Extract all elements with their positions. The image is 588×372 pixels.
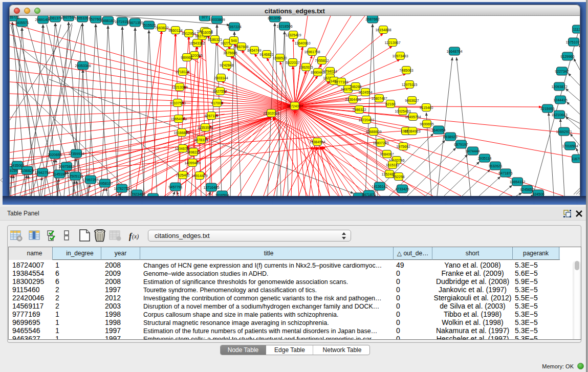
svg-text:20053346: 20053346 bbox=[75, 64, 91, 68]
svg-text:11353594: 11353594 bbox=[198, 126, 213, 129]
svg-text:17016504: 17016504 bbox=[562, 144, 578, 148]
svg-text:19384554: 19384554 bbox=[309, 140, 325, 144]
svg-text:19166825: 19166825 bbox=[173, 131, 189, 135]
svg-text:16210643: 16210643 bbox=[551, 113, 567, 117]
svg-text:30975887: 30975887 bbox=[58, 165, 74, 168]
svg-text:17957255: 17957255 bbox=[82, 178, 98, 182]
svg-text:12325419: 12325419 bbox=[285, 33, 301, 37]
svg-text:1435061: 1435061 bbox=[10, 164, 24, 167]
svg-text:9084067: 9084067 bbox=[380, 152, 394, 156]
svg-text:252254: 252254 bbox=[393, 175, 404, 179]
svg-text:19654983: 19654983 bbox=[170, 117, 186, 121]
svg-text:10107553: 10107553 bbox=[169, 101, 185, 105]
svg-text:8186323: 8186323 bbox=[208, 38, 222, 41]
svg-text:2055723: 2055723 bbox=[10, 16, 19, 19]
svg-text:6879197: 6879197 bbox=[454, 143, 468, 146]
svg-text:8813054: 8813054 bbox=[268, 16, 281, 20]
svg-text:17359934: 17359934 bbox=[68, 152, 84, 156]
svg-text:16961758: 16961758 bbox=[304, 50, 320, 54]
svg-text:16782759: 16782759 bbox=[114, 187, 129, 190]
svg-text:746266: 746266 bbox=[350, 85, 361, 89]
svg-text:6466160: 6466160 bbox=[101, 19, 115, 23]
svg-text:16543362: 16543362 bbox=[189, 41, 205, 45]
svg-text:9115460: 9115460 bbox=[420, 106, 433, 110]
svg-text:11121: 11121 bbox=[573, 28, 580, 31]
svg-text:8578334: 8578334 bbox=[194, 138, 208, 142]
svg-text:8215955: 8215955 bbox=[540, 107, 554, 111]
svg-text:1640954: 1640954 bbox=[431, 128, 445, 132]
svg-text:12942757: 12942757 bbox=[34, 171, 50, 174]
svg-text:12975115: 12975115 bbox=[402, 83, 418, 86]
svg-text:7663822: 7663822 bbox=[155, 26, 168, 30]
svg-text:1362615: 1362615 bbox=[299, 65, 313, 69]
svg-text:9146821: 9146821 bbox=[259, 53, 273, 56]
svg-text:12505135: 12505135 bbox=[67, 174, 83, 178]
svg-text:116753: 116753 bbox=[572, 157, 580, 161]
svg-text:21364436: 21364436 bbox=[345, 98, 361, 101]
svg-text:12213967: 12213967 bbox=[384, 41, 400, 45]
svg-text:12923468: 12923468 bbox=[129, 192, 145, 196]
svg-text:15720407: 15720407 bbox=[358, 118, 374, 122]
svg-text:12093872: 12093872 bbox=[551, 85, 567, 89]
svg-text:9463627: 9463627 bbox=[405, 99, 419, 102]
svg-text:8454749: 8454749 bbox=[247, 49, 261, 52]
svg-text:18807249: 18807249 bbox=[373, 141, 388, 145]
svg-text:16648764: 16648764 bbox=[446, 50, 462, 53]
svg-text:2867608: 2867608 bbox=[234, 45, 248, 49]
svg-text:9699695: 9699695 bbox=[420, 122, 433, 126]
svg-text:989961: 989961 bbox=[181, 56, 192, 59]
svg-text:8427552: 8427552 bbox=[213, 90, 227, 93]
svg-text:7485063: 7485063 bbox=[399, 69, 413, 72]
svg-text:7515526: 7515526 bbox=[142, 24, 156, 27]
svg-text:1975692: 1975692 bbox=[396, 145, 410, 148]
svg-text:10033809: 10033809 bbox=[209, 18, 225, 21]
svg-text:2020655: 2020655 bbox=[48, 153, 61, 157]
svg-text:62160: 62160 bbox=[385, 102, 396, 106]
svg-text:9777169: 9777169 bbox=[334, 80, 348, 84]
svg-text:6794024: 6794024 bbox=[323, 70, 337, 73]
svg-text:977: 977 bbox=[202, 16, 208, 19]
svg-text:1244415: 1244415 bbox=[553, 98, 567, 102]
svg-text:(x): (x) bbox=[132, 233, 139, 240]
svg-text:15495754: 15495754 bbox=[405, 115, 421, 119]
svg-text:10688609: 10688609 bbox=[365, 130, 381, 134]
svg-text:7632621: 7632621 bbox=[488, 164, 502, 168]
svg-text:9227342: 9227342 bbox=[555, 70, 569, 73]
svg-text:16671355: 16671355 bbox=[127, 21, 143, 25]
svg-text:9242848: 9242848 bbox=[220, 63, 233, 67]
svg-text:12213369: 12213369 bbox=[171, 85, 187, 89]
svg-text:8912954: 8912954 bbox=[182, 32, 195, 35]
svg-text:14914479: 14914479 bbox=[191, 174, 207, 178]
svg-text:9457791: 9457791 bbox=[168, 185, 182, 189]
svg-text:1156829: 1156829 bbox=[20, 169, 34, 172]
svg-text:1145194: 1145194 bbox=[53, 172, 67, 176]
svg-text:1588520: 1588520 bbox=[273, 56, 287, 60]
svg-text:7986322: 7986322 bbox=[352, 108, 366, 112]
svg-text:10046788: 10046788 bbox=[175, 147, 190, 150]
svg-text:8938923: 8938923 bbox=[443, 135, 457, 139]
svg-text:3624554: 3624554 bbox=[358, 91, 372, 94]
svg-text:7625402: 7625402 bbox=[176, 173, 189, 177]
svg-text:816058: 816058 bbox=[201, 31, 212, 34]
svg-text:19218506: 19218506 bbox=[276, 25, 292, 28]
svg-text:13640910: 13640910 bbox=[294, 41, 310, 45]
svg-text:3675685: 3675685 bbox=[223, 51, 237, 55]
svg-text:546: 546 bbox=[231, 39, 237, 42]
svg-text:1061374: 1061374 bbox=[48, 16, 62, 20]
svg-text:14136141: 14136141 bbox=[372, 185, 387, 188]
svg-text:417006: 417006 bbox=[211, 101, 223, 105]
svg-text:13716485: 13716485 bbox=[203, 186, 219, 189]
svg-text:2935114: 2935114 bbox=[478, 157, 492, 160]
svg-text:7955812: 7955812 bbox=[315, 59, 329, 62]
svg-text:1405571: 1405571 bbox=[15, 21, 29, 25]
svg-text:8471876: 8471876 bbox=[498, 171, 512, 175]
svg-text:10973493: 10973493 bbox=[392, 54, 408, 58]
svg-text:2687682: 2687682 bbox=[365, 17, 379, 21]
svg-text:3498222: 3498222 bbox=[186, 150, 200, 154]
svg-text:19384923: 19384923 bbox=[404, 129, 420, 133]
svg-text:9245652: 9245652 bbox=[520, 188, 534, 191]
svg-text:14099489: 14099489 bbox=[184, 161, 200, 165]
svg-text:1615112: 1615112 bbox=[386, 163, 400, 167]
svg-text:2803144: 2803144 bbox=[214, 76, 228, 80]
svg-text:10807487: 10807487 bbox=[371, 97, 387, 100]
